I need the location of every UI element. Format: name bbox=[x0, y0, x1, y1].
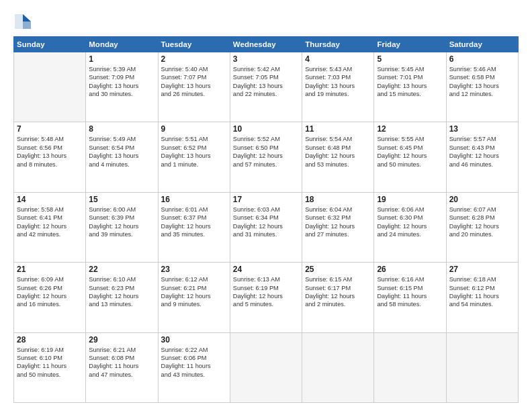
calendar-cell bbox=[374, 332, 446, 402]
day-info: Sunrise: 6:15 AM Sunset: 6:17 PM Dayligh… bbox=[305, 275, 371, 309]
day-info: Sunrise: 6:10 AM Sunset: 6:23 PM Dayligh… bbox=[89, 275, 154, 309]
day-number: 23 bbox=[161, 265, 227, 274]
calendar-cell: 18Sunrise: 6:04 AM Sunset: 6:32 PM Dayli… bbox=[302, 192, 374, 262]
calendar-cell: 19Sunrise: 6:06 AM Sunset: 6:30 PM Dayli… bbox=[374, 192, 446, 262]
calendar-cell: 28Sunrise: 6:19 AM Sunset: 6:10 PM Dayli… bbox=[14, 332, 86, 402]
day-info: Sunrise: 6:19 AM Sunset: 6:10 PM Dayligh… bbox=[17, 346, 83, 379]
calendar-cell: 27Sunrise: 6:18 AM Sunset: 6:12 PM Dayli… bbox=[446, 263, 518, 332]
day-number: 30 bbox=[161, 335, 227, 345]
day-info: Sunrise: 5:57 AM Sunset: 6:43 PM Dayligh… bbox=[449, 135, 515, 169]
calendar-cell: 13Sunrise: 5:57 AM Sunset: 6:43 PM Dayli… bbox=[446, 122, 518, 192]
calendar-week-row: 7Sunrise: 5:48 AM Sunset: 6:56 PM Daylig… bbox=[14, 122, 519, 192]
day-info: Sunrise: 5:49 AM Sunset: 6:54 PM Dayligh… bbox=[89, 135, 154, 169]
calendar-cell: 30Sunrise: 6:22 AM Sunset: 6:06 PM Dayli… bbox=[158, 332, 230, 402]
day-info: Sunrise: 5:39 AM Sunset: 7:09 PM Dayligh… bbox=[89, 65, 154, 99]
calendar-cell: 21Sunrise: 6:09 AM Sunset: 6:26 PM Dayli… bbox=[14, 263, 86, 332]
day-info: Sunrise: 6:18 AM Sunset: 6:12 PM Dayligh… bbox=[449, 275, 515, 309]
day-info: Sunrise: 5:45 AM Sunset: 7:01 PM Dayligh… bbox=[377, 65, 443, 99]
day-info: Sunrise: 6:04 AM Sunset: 6:32 PM Dayligh… bbox=[305, 205, 371, 239]
day-number: 14 bbox=[17, 195, 83, 204]
calendar-header-saturday: Saturday bbox=[446, 37, 518, 52]
svg-marker-0 bbox=[23, 14, 31, 21]
calendar-cell: 8Sunrise: 5:49 AM Sunset: 6:54 PM Daylig… bbox=[86, 122, 158, 192]
day-number: 18 bbox=[305, 195, 371, 204]
calendar-cell: 29Sunrise: 6:21 AM Sunset: 6:08 PM Dayli… bbox=[86, 332, 158, 402]
calendar-cell: 14Sunrise: 5:58 AM Sunset: 6:41 PM Dayli… bbox=[14, 192, 86, 262]
day-number: 13 bbox=[449, 124, 515, 134]
day-number: 5 bbox=[377, 54, 443, 64]
day-info: Sunrise: 5:54 AM Sunset: 6:48 PM Dayligh… bbox=[305, 135, 371, 169]
day-info: Sunrise: 5:58 AM Sunset: 6:41 PM Dayligh… bbox=[17, 205, 83, 239]
calendar-header-monday: Monday bbox=[86, 37, 158, 52]
day-info: Sunrise: 5:51 AM Sunset: 6:52 PM Dayligh… bbox=[161, 135, 227, 169]
day-number: 17 bbox=[233, 195, 299, 204]
calendar-cell bbox=[14, 52, 86, 122]
calendar-cell: 1Sunrise: 5:39 AM Sunset: 7:09 PM Daylig… bbox=[86, 52, 158, 122]
day-info: Sunrise: 5:40 AM Sunset: 7:07 PM Dayligh… bbox=[161, 65, 227, 99]
calendar-cell: 20Sunrise: 6:07 AM Sunset: 6:28 PM Dayli… bbox=[446, 192, 518, 262]
calendar-header-thursday: Thursday bbox=[302, 37, 374, 52]
day-number: 11 bbox=[305, 124, 371, 134]
calendar-cell: 23Sunrise: 6:12 AM Sunset: 6:21 PM Dayli… bbox=[158, 263, 230, 332]
day-info: Sunrise: 6:09 AM Sunset: 6:26 PM Dayligh… bbox=[17, 275, 83, 309]
day-info: Sunrise: 5:55 AM Sunset: 6:45 PM Dayligh… bbox=[377, 135, 443, 169]
day-number: 28 bbox=[17, 335, 83, 345]
day-info: Sunrise: 6:01 AM Sunset: 6:37 PM Dayligh… bbox=[161, 205, 227, 239]
day-number: 9 bbox=[161, 124, 227, 134]
day-number: 27 bbox=[449, 265, 515, 274]
calendar-cell: 11Sunrise: 5:54 AM Sunset: 6:48 PM Dayli… bbox=[302, 122, 374, 192]
day-number: 12 bbox=[377, 124, 443, 134]
calendar-cell: 25Sunrise: 6:15 AM Sunset: 6:17 PM Dayli… bbox=[302, 263, 374, 332]
day-number: 15 bbox=[89, 195, 154, 204]
day-info: Sunrise: 5:48 AM Sunset: 6:56 PM Dayligh… bbox=[17, 135, 83, 169]
day-number: 24 bbox=[233, 265, 299, 274]
day-number: 22 bbox=[89, 265, 154, 274]
day-info: Sunrise: 6:03 AM Sunset: 6:34 PM Dayligh… bbox=[233, 205, 299, 239]
calendar-cell: 12Sunrise: 5:55 AM Sunset: 6:45 PM Dayli… bbox=[374, 122, 446, 192]
calendar-cell: 4Sunrise: 5:43 AM Sunset: 7:03 PM Daylig… bbox=[302, 52, 374, 122]
day-number: 29 bbox=[89, 335, 154, 345]
day-number: 19 bbox=[377, 195, 443, 204]
calendar-cell: 15Sunrise: 6:00 AM Sunset: 6:39 PM Dayli… bbox=[86, 192, 158, 262]
day-number: 21 bbox=[17, 265, 83, 274]
day-number: 7 bbox=[17, 124, 83, 134]
calendar-header-wednesday: Wednesday bbox=[230, 37, 302, 52]
calendar-cell bbox=[446, 332, 518, 402]
calendar-cell: 17Sunrise: 6:03 AM Sunset: 6:34 PM Dayli… bbox=[230, 192, 302, 262]
calendar-header-friday: Friday bbox=[374, 37, 446, 52]
day-number: 2 bbox=[161, 54, 227, 64]
calendar-cell: 7Sunrise: 5:48 AM Sunset: 6:56 PM Daylig… bbox=[14, 122, 86, 192]
day-info: Sunrise: 6:07 AM Sunset: 6:28 PM Dayligh… bbox=[449, 205, 515, 239]
day-number: 26 bbox=[377, 265, 443, 274]
calendar-cell bbox=[230, 332, 302, 402]
day-number: 1 bbox=[89, 54, 154, 64]
day-number: 8 bbox=[89, 124, 154, 134]
day-info: Sunrise: 5:42 AM Sunset: 7:05 PM Dayligh… bbox=[233, 65, 299, 99]
calendar-header-tuesday: Tuesday bbox=[158, 37, 230, 52]
day-info: Sunrise: 6:13 AM Sunset: 6:19 PM Dayligh… bbox=[233, 275, 299, 309]
day-number: 16 bbox=[161, 195, 227, 204]
day-info: Sunrise: 5:46 AM Sunset: 6:58 PM Dayligh… bbox=[449, 65, 515, 99]
calendar-week-row: 21Sunrise: 6:09 AM Sunset: 6:26 PM Dayli… bbox=[14, 263, 519, 332]
day-info: Sunrise: 5:43 AM Sunset: 7:03 PM Dayligh… bbox=[305, 65, 371, 99]
svg-marker-1 bbox=[23, 21, 31, 29]
calendar-cell: 22Sunrise: 6:10 AM Sunset: 6:23 PM Dayli… bbox=[86, 263, 158, 332]
svg-marker-2 bbox=[15, 14, 23, 29]
header bbox=[13, 12, 519, 31]
calendar-cell: 26Sunrise: 6:16 AM Sunset: 6:15 PM Dayli… bbox=[374, 263, 446, 332]
calendar-cell: 6Sunrise: 5:46 AM Sunset: 6:58 PM Daylig… bbox=[446, 52, 518, 122]
calendar-cell: 5Sunrise: 5:45 AM Sunset: 7:01 PM Daylig… bbox=[374, 52, 446, 122]
logo-icon bbox=[13, 12, 32, 31]
calendar-week-row: 28Sunrise: 6:19 AM Sunset: 6:10 PM Dayli… bbox=[14, 332, 519, 402]
logo bbox=[13, 12, 35, 31]
day-info: Sunrise: 6:16 AM Sunset: 6:15 PM Dayligh… bbox=[377, 275, 443, 309]
calendar-cell: 24Sunrise: 6:13 AM Sunset: 6:19 PM Dayli… bbox=[230, 263, 302, 332]
calendar: SundayMondayTuesdayWednesdayThursdayFrid… bbox=[13, 36, 519, 403]
day-info: Sunrise: 6:22 AM Sunset: 6:06 PM Dayligh… bbox=[161, 346, 227, 379]
calendar-cell: 3Sunrise: 5:42 AM Sunset: 7:05 PM Daylig… bbox=[230, 52, 302, 122]
day-number: 20 bbox=[449, 195, 515, 204]
day-number: 3 bbox=[233, 54, 299, 64]
day-info: Sunrise: 6:06 AM Sunset: 6:30 PM Dayligh… bbox=[377, 205, 443, 239]
calendar-week-row: 14Sunrise: 5:58 AM Sunset: 6:41 PM Dayli… bbox=[14, 192, 519, 262]
day-number: 25 bbox=[305, 265, 371, 274]
